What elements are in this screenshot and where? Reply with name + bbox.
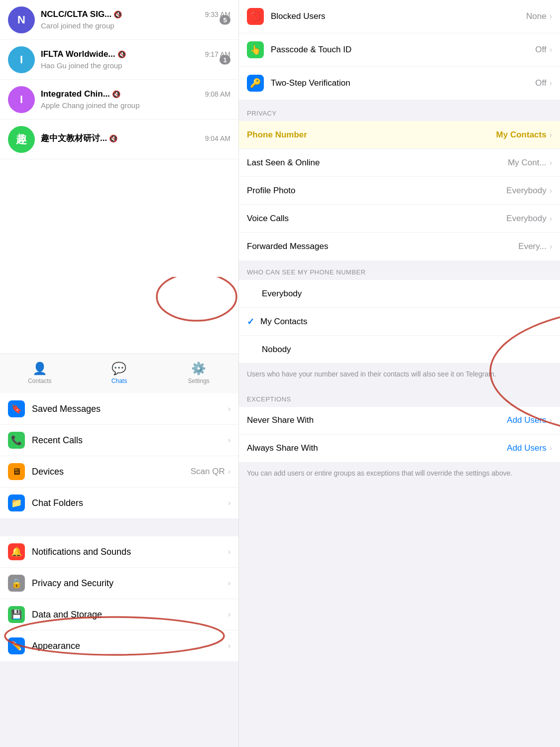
settings-section-1: 🔖Saved Messages›📞Recent Calls›🖥DevicesSc… [0, 393, 238, 518]
always-share-value: Add Users [507, 443, 546, 453]
always-share-chevron: › [550, 444, 552, 453]
settings-item-notifications[interactable]: 🔔Notifications and Sounds› [0, 536, 238, 568]
chat-item-nclc[interactable]: NNCLC/CLTA SIG...🔇9:33 AMCarol joined th… [0, 0, 238, 40]
contacts-icon: 👤 [32, 362, 47, 375]
privacy-item-phone-number[interactable]: Phone NumberMy Contacts› [239, 121, 560, 149]
privacy-security-label: Privacy and Security [32, 578, 228, 589]
bottom-nav: 👤 Contacts 💬 Chats ⚙️ Settings [0, 354, 238, 393]
privacy-item-profile-photo[interactable]: Profile PhotoEverybody› [239, 177, 560, 205]
settings-item-recent-calls[interactable]: 📞Recent Calls› [0, 425, 238, 456]
exception-item-always-share[interactable]: Always Share WithAdd Users› [239, 435, 560, 463]
chat-preview-iflta: Hao Gu joined the group [41, 61, 230, 70]
voice-calls-chevron: › [550, 214, 552, 223]
chat-name-zhongwen: 趣中文教材研讨...🔇 [41, 132, 117, 144]
never-share-chevron: › [550, 416, 552, 425]
who-option-my-contacts[interactable]: ✓My Contacts [239, 308, 560, 336]
nav-chats[interactable]: 💬 Chats [99, 362, 139, 384]
who-label-everybody: Everybody [262, 289, 302, 299]
profile-photo-label: Profile Photo [247, 186, 506, 196]
settings-item-privacy-security[interactable]: 🔒Privacy and Security› [0, 568, 238, 599]
avatar-zhongwen: 趣 [8, 126, 35, 153]
nav-contacts[interactable]: 👤 Contacts [20, 362, 60, 384]
chat-content-nclc: NCLC/CLTA SIG...🔇9:33 AMCarol joined the… [41, 9, 230, 30]
security-item-passcode-touchid[interactable]: 👆Passcode & Touch IDOff› [239, 33, 560, 67]
notifications-icon: 🔔 [8, 543, 25, 560]
passcode-touchid-icon: 👆 [247, 41, 264, 58]
two-step-icon: 🔑 [247, 75, 264, 92]
passcode-touchid-label: Passcode & Touch ID [271, 45, 535, 55]
chat-time-integrated: 9:08 AM [205, 90, 230, 98]
saved-messages-icon: 🔖 [8, 400, 25, 417]
chat-folders-chevron: › [228, 498, 230, 507]
data-storage-chevron: › [228, 610, 230, 619]
chat-preview-nclc: Carol joined the group [41, 21, 230, 30]
devices-chevron: › [228, 467, 230, 476]
settings-item-devices[interactable]: 🖥DevicesScan QR› [0, 456, 238, 488]
privacy-section-header: PRIVACY [239, 100, 560, 121]
recent-calls-label: Recent Calls [32, 435, 228, 446]
blocked-users-value: None [526, 11, 547, 21]
recent-calls-icon: 📞 [8, 432, 25, 449]
passcode-touchid-chevron: › [550, 45, 552, 54]
passcode-touchid-value: Off [535, 45, 546, 55]
appearance-label: Appearance [32, 641, 228, 651]
privacy-item-voice-calls[interactable]: Voice CallsEverybody› [239, 205, 560, 233]
privacy-item-forwarded-messages[interactable]: Forwarded MessagesEvery...› [239, 233, 560, 260]
chat-item-zhongwen[interactable]: 趣趣中文教材研讨...🔇9:04 AM [0, 120, 238, 159]
mute-icon-nclc: 🔇 [113, 10, 122, 18]
nav-contacts-label: Contacts [28, 377, 51, 384]
security-section: 🚫Blocked UsersNone›👆Passcode & Touch IDO… [239, 0, 560, 100]
chat-item-iflta[interactable]: IIFLTA Worldwide...🔇9:17 AMHao Gu joined… [0, 40, 238, 80]
exceptions-section: Never Share WithAdd Users›Always Share W… [239, 407, 560, 463]
security-item-two-step[interactable]: 🔑Two-Step VerificationOff› [239, 67, 560, 100]
settings-item-saved-messages[interactable]: 🔖Saved Messages› [0, 393, 238, 425]
settings-section-2: 🔔Notifications and Sounds›🔒Privacy and S… [0, 536, 238, 661]
who-option-everybody[interactable]: Everybody [239, 280, 560, 308]
forwarded-messages-value: Every... [518, 242, 546, 251]
privacy-item-last-seen[interactable]: Last Seen & OnlineMy Cont...› [239, 149, 560, 177]
chat-name-nclc: NCLC/CLTA SIG...🔇 [41, 9, 122, 19]
badge-iflta: 1 [220, 55, 230, 64]
privacy-security-icon: 🔒 [8, 575, 25, 592]
chat-content-iflta: IFLTA Worldwide...🔇9:17 AMHao Gu joined … [41, 49, 230, 70]
notifications-chevron: › [228, 547, 230, 556]
security-item-blocked-users[interactable]: 🚫Blocked UsersNone› [239, 0, 560, 33]
settings-list: 🔖Saved Messages›📞Recent Calls›🖥DevicesSc… [0, 393, 238, 747]
forwarded-messages-chevron: › [550, 242, 552, 251]
nav-chats-label: Chats [112, 377, 127, 384]
settings-item-appearance[interactable]: ✏️Appearance› [0, 630, 238, 661]
settings-item-chat-folders[interactable]: 📁Chat Folders› [0, 488, 238, 518]
never-share-label: Never Share With [247, 415, 507, 425]
who-option-nobody[interactable]: Nobody [239, 336, 560, 364]
mute-icon-integrated: 🔇 [112, 90, 120, 98]
saved-messages-label: Saved Messages [32, 404, 228, 414]
blocked-users-chevron: › [550, 12, 552, 21]
exception-item-never-share[interactable]: Never Share WithAdd Users› [239, 407, 560, 435]
nav-settings-label: Settings [188, 377, 209, 384]
last-seen-label: Last Seen & Online [247, 158, 508, 168]
checkmark-my-contacts: ✓ [247, 316, 254, 327]
two-step-value: Off [535, 78, 546, 88]
chat-folders-icon: 📁 [8, 495, 25, 511]
privacy-section: Phone NumberMy Contacts›Last Seen & Onli… [239, 121, 560, 260]
nav-settings[interactable]: ⚙️ Settings [179, 362, 219, 384]
avatar-nclc: N [8, 6, 35, 33]
two-step-label: Two-Step Verification [271, 78, 535, 88]
phone-number-value: My Contacts [496, 130, 547, 140]
mute-icon-iflta: 🔇 [117, 50, 126, 58]
appearance-icon: ✏️ [8, 637, 25, 654]
last-seen-chevron: › [550, 158, 552, 167]
appearance-chevron: › [228, 641, 230, 650]
exceptions-description: You can add users or entire groups as ex… [239, 463, 560, 487]
phone-number-label: Phone Number [247, 130, 496, 140]
forwarded-messages-label: Forwarded Messages [247, 242, 518, 251]
recent-calls-chevron: › [228, 436, 230, 445]
settings-item-data-storage[interactable]: 💾Data and Storage› [0, 599, 238, 630]
privacy-security-chevron: › [228, 579, 230, 588]
chat-item-integrated[interactable]: IIntegrated Chin...🔇9:08 AMApple Chang j… [0, 80, 238, 120]
data-storage-icon: 💾 [8, 606, 25, 623]
chat-content-integrated: Integrated Chin...🔇9:08 AMApple Chang jo… [41, 89, 230, 110]
chat-name-iflta: IFLTA Worldwide...🔇 [41, 49, 126, 59]
data-storage-label: Data and Storage [32, 610, 228, 620]
profile-photo-chevron: › [550, 186, 552, 195]
